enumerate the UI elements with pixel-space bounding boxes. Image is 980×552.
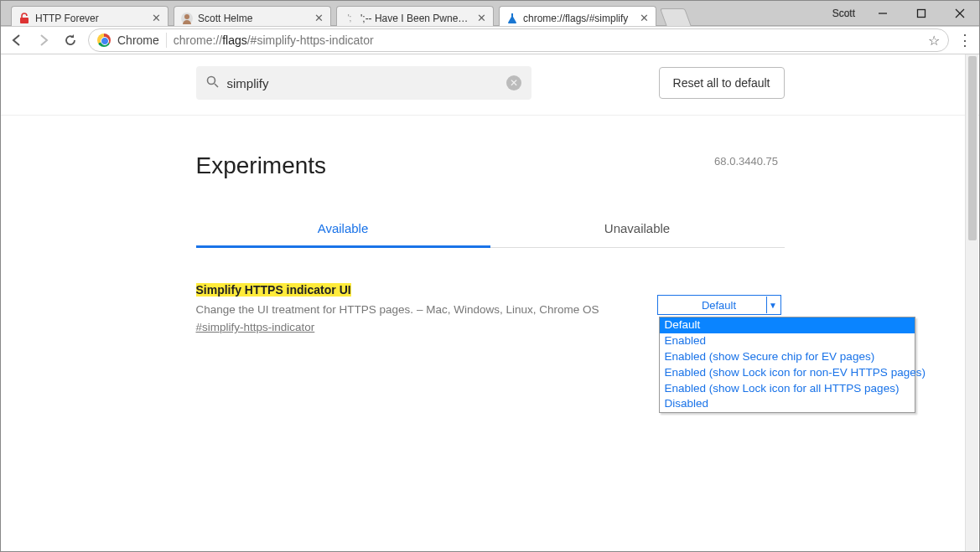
- tab-close-icon[interactable]: ✕: [640, 12, 649, 24]
- flag-entry: Simplify HTTPS indicator UI Change the U…: [196, 283, 785, 333]
- url-scheme-label: Chrome: [117, 34, 159, 47]
- back-button[interactable]: [8, 31, 26, 49]
- svg-rect-1: [918, 9, 926, 17]
- url-text: chrome://flags/#simplify-https-indicator: [174, 34, 921, 47]
- url-host: flags: [222, 34, 247, 47]
- tab-label: Available: [318, 221, 369, 235]
- svg-rect-4: [20, 18, 29, 23]
- tab-close-icon[interactable]: ✕: [477, 12, 486, 24]
- version-label: 68.0.3440.75: [714, 155, 778, 168]
- window-minimize-button[interactable]: [863, 1, 902, 26]
- address-bar[interactable]: Chrome chrome://flags/#simplify-https-in…: [88, 28, 949, 52]
- dropdown-option[interactable]: Disabled: [660, 396, 915, 412]
- reload-button[interactable]: [61, 31, 80, 49]
- tab-unavailable[interactable]: Unavailable: [490, 209, 785, 247]
- text-favicon-icon: ';: [344, 13, 355, 24]
- flag-select-dropdown: Default Enabled Enabled (show Secure chi…: [659, 317, 915, 413]
- tab-close-icon[interactable]: ✕: [314, 12, 324, 24]
- tab-available[interactable]: Available: [196, 209, 490, 247]
- page-viewport: simplify ✕ Reset all to default Experime…: [1, 54, 979, 552]
- window-close-button[interactable]: [941, 1, 979, 26]
- divider: [1, 115, 979, 116]
- chrome-icon: [97, 34, 111, 47]
- url-path: /#simplify-https-indicator: [247, 34, 374, 47]
- tab-title: Scott Helme: [198, 13, 309, 24]
- page-title: Experiments: [196, 152, 785, 179]
- svg-line-7: [215, 84, 218, 87]
- tab-label: Unavailable: [604, 221, 670, 235]
- dropdown-option[interactable]: Enabled (show Secure chip for EV pages): [660, 349, 915, 365]
- lock-open-icon: [18, 13, 30, 24]
- page-content: simplify ✕ Reset all to default Experime…: [196, 54, 785, 333]
- flag-hash-link[interactable]: #simplify-https-indicator: [196, 321, 315, 333]
- divider: [166, 33, 167, 48]
- dropdown-option[interactable]: Default: [660, 317, 915, 333]
- window-user-label: Scott: [832, 8, 855, 19]
- svg-point-5: [184, 14, 189, 19]
- url-gray: chrome://: [174, 34, 222, 47]
- tab-title: ';-- Have I Been Pwned: Chec: [360, 13, 472, 24]
- reset-all-button[interactable]: Reset all to default: [659, 67, 785, 99]
- vertical-scrollbar[interactable]: [965, 54, 978, 552]
- scrollbar-thumb[interactable]: [968, 56, 977, 240]
- dropdown-option[interactable]: Enabled: [660, 333, 915, 349]
- tab-title: chrome://flags/#simplify: [523, 13, 635, 24]
- window-maximize-button[interactable]: [902, 1, 941, 26]
- search-icon: [206, 75, 219, 90]
- browser-toolbar: Chrome chrome://flags/#simplify-https-in…: [1, 26, 979, 54]
- avatar-icon: [181, 13, 193, 24]
- clear-search-icon[interactable]: ✕: [506, 75, 521, 90]
- svg-point-6: [207, 77, 215, 85]
- reset-label: Reset all to default: [673, 76, 770, 90]
- flag-title: Simplify HTTPS indicator UI: [196, 283, 351, 297]
- dropdown-option[interactable]: Enabled (show Lock icon for all HTTPS pa…: [660, 381, 915, 397]
- experiments-search-input[interactable]: simplify ✕: [196, 66, 531, 100]
- search-value: simplify: [227, 76, 498, 90]
- browser-menu-button[interactable]: ⋮: [957, 33, 972, 48]
- experiments-tabs: Available Unavailable: [196, 209, 785, 248]
- tab-title: HTTP Forever: [35, 13, 147, 24]
- flask-icon: [506, 13, 518, 24]
- bookmark-star-icon[interactable]: ☆: [928, 33, 940, 49]
- dropdown-option[interactable]: Enabled (show Lock icon for non-EV HTTPS…: [660, 365, 915, 381]
- flag-select[interactable]: Default ▼: [657, 295, 781, 315]
- forward-button[interactable]: [34, 31, 53, 49]
- chevron-down-icon: ▼: [766, 297, 780, 313]
- select-value: Default: [702, 299, 736, 312]
- tab-close-icon[interactable]: ✕: [152, 12, 161, 24]
